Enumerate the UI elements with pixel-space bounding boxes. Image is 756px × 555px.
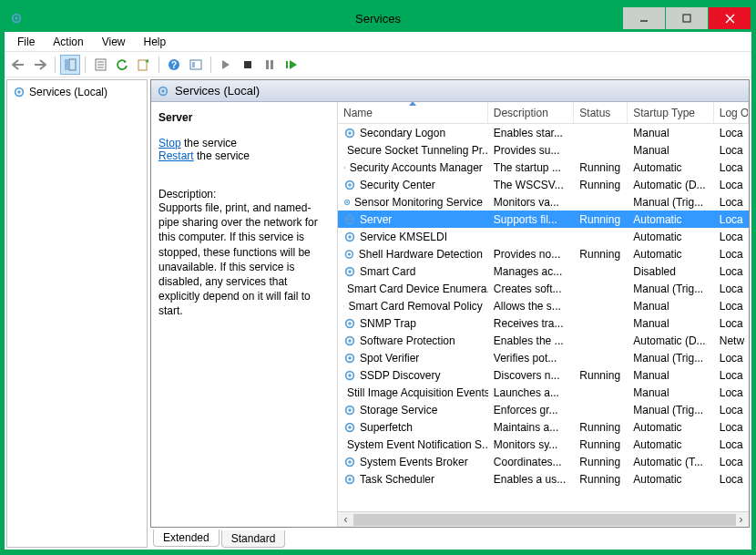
service-row[interactable]: System Event Notification S...Monitors s… [338,436,749,453]
gear-icon [343,179,356,191]
show-hide-tree-button[interactable] [60,55,80,75]
service-row[interactable]: Sensor Monitoring ServiceMonitors va...M… [338,193,749,211]
service-row[interactable]: Secure Socket Tunneling Pr...Provides su… [338,141,749,159]
cell-startup: Automatic [628,248,714,261]
service-row[interactable]: System Events BrokerCoordinates...Runnin… [338,453,749,470]
list-body[interactable]: Secondary LogonEnables star...ManualLoca… [338,124,749,511]
help-button[interactable]: ? [164,55,184,75]
cell-logon: Loca [714,438,749,451]
cell-logon: Loca [714,248,749,261]
col-logon[interactable]: Log On As [714,102,749,123]
service-row[interactable]: SNMP TrapReceives tra...ManualLoca [338,314,749,332]
menu-action[interactable]: Action [44,34,92,50]
gear-icon [343,421,356,434]
forward-button[interactable] [30,55,50,75]
stop-service-button[interactable] [238,55,258,75]
separator [158,57,159,73]
service-row[interactable]: Security Accounts ManagerThe startup ...… [338,159,749,176]
cell-name: Security Accounts Manager [338,161,488,174]
service-row[interactable]: Smart CardManages ac...DisabledLoca [338,262,749,280]
service-row[interactable]: Smart Card Device Enumera...Creates soft… [338,280,749,297]
cell-description: Discovers n... [488,369,575,382]
col-status[interactable]: Status [574,102,628,123]
toolbar-icon[interactable] [186,55,206,75]
service-row[interactable]: Storage ServiceEnforces gr...Manual (Tri… [338,401,749,418]
cell-description: Manages ac... [488,265,575,278]
svg-point-48 [348,322,352,325]
menu-help[interactable]: Help [135,34,176,50]
description-label: Description: [158,188,330,200]
gear-icon [343,352,356,365]
restart-service-button[interactable] [281,55,301,75]
menu-file[interactable]: File [8,34,44,50]
pause-service-button[interactable] [260,55,280,75]
cell-logon: Loca [714,456,749,468]
service-row[interactable]: Software ProtectionEnables the ...Automa… [338,332,749,349]
cell-name: Still Image Acquisition Events [338,386,488,399]
menu-view[interactable]: View [93,34,135,50]
export-list-button[interactable] [134,55,154,75]
properties-button[interactable] [90,55,110,75]
restart-link[interactable]: Restart [158,149,194,162]
scroll-track[interactable] [353,512,733,528]
svg-rect-6 [65,59,68,70]
service-row[interactable]: ServerSupports fil...RunningAutomaticLoc… [338,211,749,228]
tab-standard[interactable]: Standard [221,530,286,548]
cell-name: Shell Hardware Detection [338,248,488,261]
gear-icon [343,231,356,243]
cell-name: Smart Card Device Enumera... [338,283,488,295]
col-startup[interactable]: Startup Type [628,102,714,123]
tab-extended[interactable]: Extended [153,529,220,547]
cell-logon: Loca [714,144,749,157]
tree-root-item[interactable]: Services (Local) [11,84,143,100]
service-row[interactable]: Spot VerifierVerifies pot...Manual (Trig… [338,349,749,366]
svg-point-50 [348,339,352,343]
gear-icon [343,213,356,226]
minimize-button[interactable] [623,7,665,29]
horizontal-scrollbar[interactable]: ‹ › [338,511,749,527]
svg-rect-20 [286,61,288,68]
cell-description: Enables star... [488,127,575,139]
cell-name: Storage Service [338,404,488,416]
service-row[interactable]: Shell Hardware DetectionProvides no...Ru… [338,245,749,262]
titlebar[interactable]: Services [5,5,751,32]
service-row[interactable]: SuperfetchMaintains a...RunningAutomatic… [338,418,749,436]
service-row[interactable]: Secondary LogonEnables star...ManualLoca [338,124,749,141]
tree-root-label: Services (Local) [29,86,107,98]
service-row[interactable]: SSDP DiscoveryDiscovers n...RunningManua… [338,366,749,384]
cell-logon: Netw [714,334,749,347]
maximize-button[interactable] [666,7,708,29]
service-row[interactable]: Security CenterThe WSCSV...RunningAutoma… [338,176,749,193]
cell-description: Monitors va... [488,196,575,209]
service-row[interactable]: Task SchedulerEnables a us...RunningAuto… [338,470,749,488]
separator [210,57,211,73]
scroll-left-button[interactable]: ‹ [338,512,353,528]
gear-icon [13,86,26,98]
scroll-thumb[interactable] [353,514,736,526]
cell-name: Sensor Monitoring Service [338,196,488,209]
menubar: File Action View Help [5,32,751,52]
cell-startup: Manual [628,317,714,330]
tree-pane[interactable]: Services (Local) [6,79,148,548]
cell-logon: Loca [714,265,749,278]
stop-link[interactable]: Stop [158,137,181,149]
cell-logon: Loca [714,473,749,486]
svg-point-26 [348,131,352,135]
refresh-button[interactable] [112,55,132,75]
service-row[interactable]: Smart Card Removal PolicyAllows the s...… [338,297,749,314]
cell-name: Smart Card [338,265,488,278]
service-row[interactable]: Service KMSELDIAutomaticLoca [338,228,749,245]
close-button[interactable] [709,7,751,29]
cell-startup: Manual [628,127,714,139]
col-description[interactable]: Description [488,102,575,123]
cell-logon: Loca [714,404,749,416]
start-service-button[interactable] [216,55,236,75]
back-button[interactable] [8,55,28,75]
cell-name: SSDP Discovery [338,369,488,382]
service-row[interactable]: Still Image Acquisition EventsLaunches a… [338,384,749,401]
svg-point-38 [348,235,352,239]
col-name[interactable]: Name [338,102,488,123]
svg-point-1 [15,16,18,20]
svg-point-64 [348,460,352,464]
cell-name: Service KMSELDI [338,231,488,243]
